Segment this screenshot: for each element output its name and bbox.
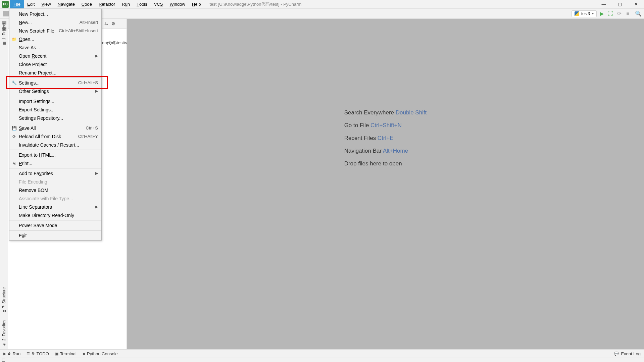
tab-favorites[interactable]: ★2: Favorites — [1, 318, 7, 349]
structure-icon: ☷ — [2, 309, 6, 314]
menubar: File Edit View Navigate Code Refactor Ru… — [10, 0, 204, 8]
tab-structure[interactable]: ☷7: Structure — [1, 285, 7, 316]
menu-item-label: Save As... — [19, 45, 40, 50]
star-icon: ★ — [2, 342, 6, 347]
menu-refactor[interactable]: Refactor — [95, 0, 118, 8]
menu-item-label: New Scratch File — [19, 28, 54, 34]
tab-project[interactable]: ▦1: Project — [1, 21, 7, 48]
statusbar-indicator[interactable] — [2, 359, 5, 362]
menu-tools[interactable]: Tools — [133, 0, 151, 8]
debug-button[interactable]: ⛶ — [607, 10, 614, 17]
python-icon — [575, 11, 579, 16]
menu-item-label: New Project... — [19, 11, 48, 17]
menu-item-label: Import Settings... — [19, 99, 54, 104]
play-icon: ▶ — [3, 352, 6, 356]
chevron-right-icon: ▶ — [95, 89, 98, 93]
bottom-toolwindow-bar: ▶4: Run ☲6: TODO ▣Terminal ◆Python Conso… — [0, 349, 644, 358]
menu-help[interactable]: Help — [189, 0, 204, 8]
terminal-icon: ▣ — [55, 352, 58, 356]
menu-item-label: File Encoding — [19, 179, 47, 185]
maximize-button[interactable]: ▢ — [612, 0, 628, 8]
menu-item-label: Add to Favorites — [19, 171, 53, 176]
minimize-button[interactable]: — — [596, 0, 612, 8]
file-menu-remove-bom[interactable]: Remove BOM — [9, 186, 101, 194]
hint-gotofile: Go to File Ctrl+Shift+N — [344, 122, 427, 129]
file-menu-save-as[interactable]: Save As... — [9, 43, 101, 52]
titlebar: PC File Edit View Navigate Code Refactor… — [0, 0, 644, 9]
menu-item-label: Export Settings... — [19, 107, 55, 112]
window-controls: — ▢ ✕ — [596, 0, 644, 8]
file-menu-invalidate-caches-restart[interactable]: Invalidate Caches / Restart... — [9, 141, 101, 149]
menu-view[interactable]: View — [38, 0, 54, 8]
project-folder-icon[interactable] — [3, 11, 9, 16]
menu-item-label: Settings Repository... — [19, 115, 63, 121]
shortcut-label: Ctrl+Alt+Shift+Insert — [59, 28, 98, 33]
coverage-button[interactable]: ⟳ — [615, 10, 623, 17]
file-menu-export-to-html[interactable]: Export to HTML... — [9, 151, 101, 159]
menu-item-label: Exit — [19, 233, 27, 238]
wrench-icon: 🔧 — [11, 81, 17, 85]
menu-item-label: Print... — [19, 161, 32, 166]
file-menu-reload-all-from-disk[interactable]: ⟳Reload All from DiskCtrl+Alt+Y — [9, 132, 101, 141]
folder-icon: 📁 — [11, 37, 17, 42]
menu-edit[interactable]: Edit — [24, 0, 38, 8]
file-menu-open-recent[interactable]: Open Recent▶ — [9, 52, 101, 60]
file-menu-make-directory-read-only[interactable]: Make Directory Read-Only — [9, 211, 101, 219]
file-menu-close-project[interactable]: Close Project — [9, 60, 101, 68]
hint-navbar: Navigation Bar Alt+Home — [344, 148, 427, 154]
file-menu-export-settings[interactable]: Export Settings... — [9, 105, 101, 114]
tool-python-console[interactable]: ◆Python Console — [83, 351, 118, 356]
close-button[interactable]: ✕ — [628, 0, 644, 8]
file-menu-print[interactable]: 🖨Print... — [9, 159, 101, 167]
run-button[interactable]: ▶ — [598, 10, 605, 17]
file-menu-exit[interactable]: Exit — [9, 231, 101, 240]
menu-run[interactable]: Run — [118, 0, 133, 8]
file-menu-power-save-mode[interactable]: Power Save Mode — [9, 221, 101, 229]
file-menu-open[interactable]: 📁Open... — [9, 35, 101, 43]
python-small-icon: ◆ — [83, 352, 85, 356]
menu-item-label: Associate with File Type... — [19, 196, 73, 201]
expand-icon[interactable]: ⇆ — [104, 21, 108, 26]
shortcut-label: Alt+Insert — [80, 20, 98, 25]
file-menu-new-project[interactable]: New Project... — [9, 10, 101, 18]
menu-file[interactable]: File — [10, 0, 24, 8]
event-log-button[interactable]: Event Log — [621, 351, 641, 356]
file-menu-import-settings[interactable]: Import Settings... — [9, 97, 101, 105]
file-menu-dropdown: New Project...New...Alt+InsertNew Scratc… — [9, 9, 102, 241]
editor-area[interactable]: Search Everywhere Double Shift Go to Fil… — [127, 19, 644, 353]
file-menu-other-settings[interactable]: Other Settings▶ — [9, 87, 101, 95]
file-menu-line-separators[interactable]: Line Separators▶ — [9, 203, 101, 211]
menu-window[interactable]: Window — [166, 0, 189, 8]
hide-icon[interactable]: — — [119, 21, 123, 26]
file-menu-save-all[interactable]: 💾Save AllCtrl+S — [9, 124, 101, 132]
shortcut-label: Ctrl+Alt+Y — [78, 134, 98, 139]
tool-todo[interactable]: ☲6: TODO — [27, 351, 49, 356]
hint-drop: Drop files here to open — [344, 160, 427, 167]
file-menu-new-scratch-file[interactable]: New Scratch FileCtrl+Alt+Shift+Insert — [9, 27, 101, 35]
menu-item-label: Open... — [19, 37, 34, 42]
menu-item-label: Make Directory Read-Only — [19, 213, 74, 218]
file-menu-rename-project[interactable]: Rename Project... — [9, 68, 101, 77]
menu-item-label: Rename Project... — [19, 70, 56, 75]
menu-code[interactable]: Code — [78, 0, 95, 8]
file-menu-settings-repository[interactable]: Settings Repository... — [9, 114, 101, 122]
file-menu-add-to-favorites[interactable]: Add to Favorites▶ — [9, 169, 101, 177]
shortcut-label: Ctrl+Alt+S — [78, 80, 98, 85]
stop-button[interactable]: ■ — [624, 10, 632, 17]
menu-navigate[interactable]: Navigate — [54, 0, 78, 8]
run-config-selector[interactable]: test3 ▾ — [572, 10, 597, 17]
menu-item-label: Power Save Mode — [19, 223, 57, 228]
left-vertical-tabs-bottom: ☷7: Structure ★2: Favorites — [0, 285, 8, 349]
tool-run[interactable]: ▶4: Run — [3, 351, 20, 356]
settings-icon[interactable]: ⚙ — [111, 21, 115, 26]
list-icon: ☲ — [27, 352, 30, 356]
file-menu-new[interactable]: New...Alt+Insert — [9, 18, 101, 27]
tool-terminal[interactable]: ▣Terminal — [55, 351, 77, 356]
file-menu-settings[interactable]: 🔧Settings...Ctrl+Alt+S — [9, 79, 101, 87]
search-button[interactable]: 🔍 — [635, 10, 642, 17]
menu-item-label: Export to HTML... — [19, 152, 56, 158]
chevron-right-icon: ▶ — [95, 54, 98, 58]
chevron-right-icon: ▶ — [95, 205, 98, 209]
menu-vcs[interactable]: VCS — [151, 0, 166, 8]
project-icon: ▦ — [2, 41, 6, 46]
